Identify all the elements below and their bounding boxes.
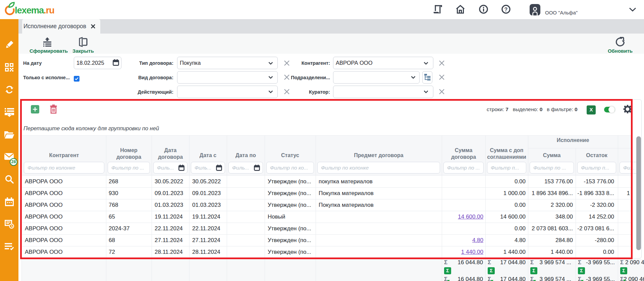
svg-text:?: ?	[504, 7, 508, 12]
svg-text:lexema.ru: lexema.ru	[15, 5, 54, 15]
